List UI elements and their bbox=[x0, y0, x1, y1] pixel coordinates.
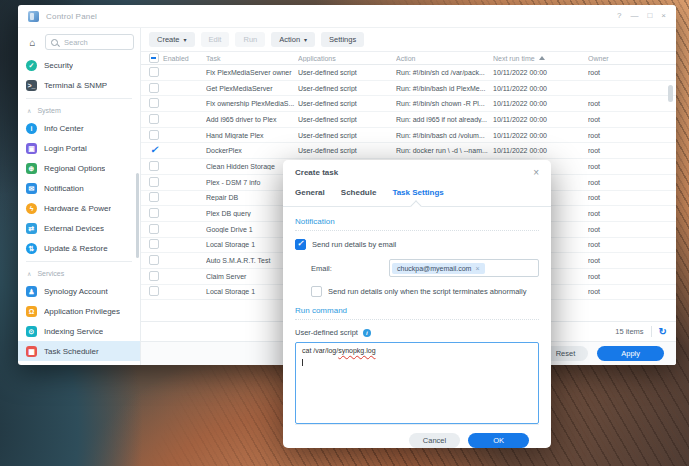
window-title: Control Panel bbox=[46, 12, 97, 21]
sidebar-item-label: Indexing Service bbox=[44, 327, 103, 336]
sidebar-item[interactable]: i Info Center bbox=[18, 118, 140, 138]
enabled-checkbox[interactable] bbox=[149, 67, 159, 77]
dialog-tabs: General Schedule Task Settings bbox=[283, 185, 551, 207]
column-enabled[interactable]: Enabled bbox=[149, 53, 206, 63]
abnormal-option-row[interactable]: Send run details only when the script te… bbox=[311, 286, 539, 297]
enabled-checkbox[interactable] bbox=[149, 224, 159, 234]
close-icon[interactable]: × bbox=[475, 265, 479, 272]
toolbar-button[interactable]: Action ▾ bbox=[271, 32, 315, 47]
cell-applications: User-defined script bbox=[298, 85, 396, 92]
refresh-icon[interactable]: ↻ bbox=[659, 327, 667, 337]
maximize-icon[interactable]: □ bbox=[647, 12, 652, 20]
sidebar-item[interactable]: >_ Terminal & SNMP bbox=[18, 75, 140, 95]
email-option-row[interactable]: Send run details by email bbox=[295, 239, 539, 250]
dialog-tab[interactable]: General bbox=[295, 185, 325, 206]
enabled-checkbox[interactable] bbox=[149, 177, 159, 187]
cancel-button[interactable]: Cancel bbox=[409, 433, 460, 448]
cell-owner: root bbox=[588, 210, 676, 217]
window-titlebar: Control Panel ? — □ × bbox=[18, 5, 676, 28]
search-input[interactable] bbox=[62, 37, 128, 48]
cell-owner: root bbox=[588, 132, 676, 139]
cell-applications: User-defined script bbox=[298, 69, 396, 76]
sidebar-item[interactable]: Ω Application Privileges bbox=[18, 301, 140, 321]
cell-owner: root bbox=[588, 273, 676, 280]
sidebar-item[interactable]: ⇅ Update & Restore bbox=[18, 238, 140, 258]
column-applications[interactable]: Applications bbox=[298, 55, 396, 62]
script-textarea[interactable]: cat /var/log/synopkg.log bbox=[295, 342, 539, 424]
table-row[interactable]: DockerPlex User-defined script Run: dock… bbox=[141, 143, 676, 159]
sidebar-item[interactable]: ⊕ Regional Options bbox=[18, 158, 140, 178]
info-circle-icon[interactable]: i bbox=[363, 329, 371, 337]
email-field[interactable]: chuckpa@myemail.com × bbox=[389, 259, 539, 277]
divider bbox=[295, 319, 539, 320]
sidebar-item-label: Security bbox=[44, 61, 73, 70]
close-icon[interactable]: × bbox=[661, 12, 666, 20]
enabled-checkbox[interactable] bbox=[149, 161, 159, 171]
help-icon[interactable]: ? bbox=[617, 12, 621, 20]
sidebar-search bbox=[45, 34, 134, 50]
enabled-checkbox[interactable] bbox=[149, 83, 159, 93]
sidebar-item[interactable]: ⇄ External Devices bbox=[18, 218, 140, 238]
ok-button[interactable]: OK bbox=[468, 433, 529, 448]
cell-owner: root bbox=[588, 69, 676, 76]
sidebar-item[interactable]: ✉ Notification bbox=[18, 178, 140, 198]
enabled-checkbox[interactable] bbox=[149, 286, 159, 296]
home-button[interactable]: ⌂ bbox=[25, 35, 40, 50]
enabled-checkbox[interactable] bbox=[149, 98, 159, 108]
sidebar-item[interactable]: ▦ Task Scheduler bbox=[18, 341, 140, 361]
table-scrollbar[interactable] bbox=[668, 85, 673, 102]
sidebar: ⌂ ✓ Security bbox=[18, 28, 141, 365]
sidebar-item[interactable]: ⊙ Indexing Service bbox=[18, 321, 140, 341]
enabled-checkbox[interactable] bbox=[149, 255, 159, 265]
enabled-checkbox[interactable] bbox=[149, 192, 159, 202]
sidebar-item-label: Update & Restore bbox=[44, 244, 108, 253]
sidebar-item[interactable]: ♟ Synology Account bbox=[18, 281, 140, 301]
minimize-icon[interactable]: — bbox=[630, 12, 638, 20]
sidebar-item-label: Hardware & Power bbox=[44, 204, 111, 213]
group-label: Services bbox=[37, 270, 64, 277]
column-task[interactable]: Task bbox=[206, 55, 298, 62]
abnormal-checkbox[interactable] bbox=[311, 286, 322, 297]
globe-icon: ⊕ bbox=[26, 163, 37, 174]
terminal-icon: >_ bbox=[26, 80, 37, 91]
cell-next-run-time: 10/11/2022 00:00 bbox=[493, 100, 588, 107]
cell-applications: User-defined script bbox=[298, 147, 396, 154]
select-all-checkbox[interactable] bbox=[149, 53, 159, 63]
sidebar-group-system[interactable]: ∧ System bbox=[18, 102, 140, 118]
sidebar-item[interactable]: ϟ Hardware & Power bbox=[18, 198, 140, 218]
cell-action: Run: #!/bin/sh chown -R Pl... bbox=[396, 100, 493, 107]
enabled-checkbox[interactable] bbox=[149, 145, 159, 155]
enabled-checkbox[interactable] bbox=[149, 271, 159, 281]
toolbar-button[interactable]: Run ▾ bbox=[235, 32, 265, 47]
cell-owner: root bbox=[588, 179, 676, 186]
sidebar-divider bbox=[26, 98, 132, 99]
toolbar-button[interactable]: Settings ▾ bbox=[321, 32, 364, 47]
script-label-row: User-defined script i bbox=[295, 328, 539, 337]
toolbar-button[interactable]: Create ▾ bbox=[149, 32, 195, 47]
table-row[interactable]: Fix PlexMediaServer owner User-defined s… bbox=[141, 65, 676, 81]
enabled-checkbox[interactable] bbox=[149, 208, 159, 218]
apply-button[interactable]: Apply bbox=[597, 346, 664, 361]
enabled-checkbox[interactable] bbox=[149, 239, 159, 249]
enabled-checkbox[interactable] bbox=[149, 130, 159, 140]
sidebar-item-label: Notification bbox=[44, 184, 84, 193]
sidebar-item[interactable]: ✓ Security bbox=[18, 55, 140, 75]
table-row[interactable]: Get PlexMediaServer User-defined script … bbox=[141, 81, 676, 97]
send-email-checkbox[interactable] bbox=[295, 239, 306, 250]
close-icon[interactable]: × bbox=[533, 168, 539, 178]
caret-down-icon: ▾ bbox=[304, 37, 307, 43]
sidebar-group-services[interactable]: ∧ Services bbox=[18, 265, 140, 281]
table-row[interactable]: Fix ownership PlexMediaS... User-defined… bbox=[141, 96, 676, 112]
table-row[interactable]: Add i965 driver to Plex User-defined scr… bbox=[141, 112, 676, 128]
table-row[interactable]: Hand Migrate Plex User-defined script Ru… bbox=[141, 128, 676, 144]
toolbar-button[interactable]: Edit ▾ bbox=[201, 32, 230, 47]
cell-next-run-time: 10/11/2022 00:00 bbox=[493, 116, 588, 123]
enabled-checkbox[interactable] bbox=[149, 114, 159, 124]
login-portal-icon: ▣ bbox=[26, 143, 37, 154]
sidebar-scrollbar[interactable] bbox=[136, 173, 139, 258]
dialog-tab[interactable]: Schedule bbox=[341, 185, 377, 206]
sidebar-item[interactable]: ▣ Login Portal bbox=[18, 138, 140, 158]
column-next-run-time[interactable]: Next run time bbox=[493, 55, 588, 62]
column-owner[interactable]: Owner bbox=[588, 55, 676, 62]
column-action[interactable]: Action bbox=[396, 55, 493, 62]
